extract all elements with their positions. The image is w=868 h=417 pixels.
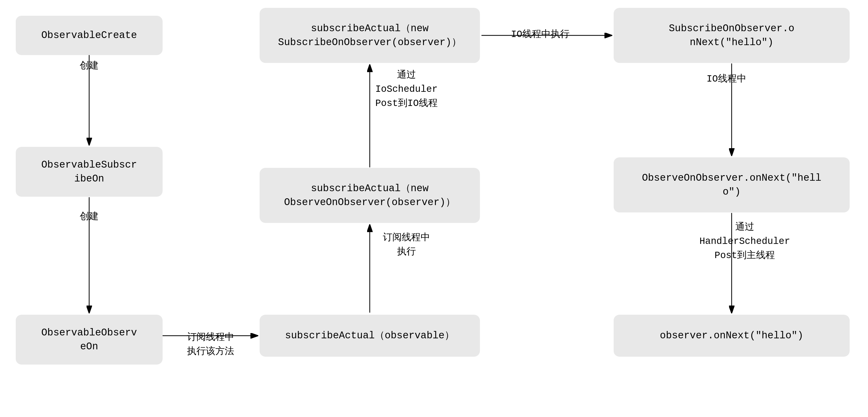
label-io-thread-in: IO线程中 bbox=[687, 72, 766, 86]
label-subscribe-thread-execute: 订阅线程中执行 bbox=[362, 231, 451, 259]
diagram-container: ObservableCreate ObservableSubscribeOn O… bbox=[0, 0, 868, 417]
label-create-1: 创建 bbox=[63, 59, 115, 73]
node-observable-create: ObservableCreate bbox=[16, 16, 163, 55]
label-through-handler-scheduler: 通过HandlerSchedulerPost到主线程 bbox=[682, 220, 808, 263]
node-subscribe-actual-2: subscribeActual（newObserveOnObserver(obs… bbox=[259, 168, 480, 223]
label-through-io-scheduler: 通过IoSchedulerPost到IO线程 bbox=[356, 68, 456, 111]
node-subscribe-actual-1: subscribeActual（newSubscribeOnObserver(o… bbox=[259, 8, 480, 63]
label-subscribe-thread-method: 订阅线程中执行该方法 bbox=[162, 330, 259, 359]
label-create-2: 创建 bbox=[63, 210, 115, 224]
label-io-thread-execute: IO线程中执行 bbox=[490, 28, 590, 42]
node-subscribe-actual-obs: subscribeActual（observable） bbox=[259, 315, 480, 357]
node-observable-subscribe-on: ObservableSubscribeOn bbox=[16, 147, 163, 197]
node-subscribe-on-observer: SubscribeOnObserver.onNext("hello") bbox=[614, 8, 850, 63]
node-observer-on-next: observer.onNext("hello") bbox=[614, 315, 850, 357]
node-observable-observe-on: ObservableObserveOn bbox=[16, 315, 163, 364]
node-observe-on-observer: ObserveOnObserver.onNext("hello") bbox=[614, 157, 850, 212]
